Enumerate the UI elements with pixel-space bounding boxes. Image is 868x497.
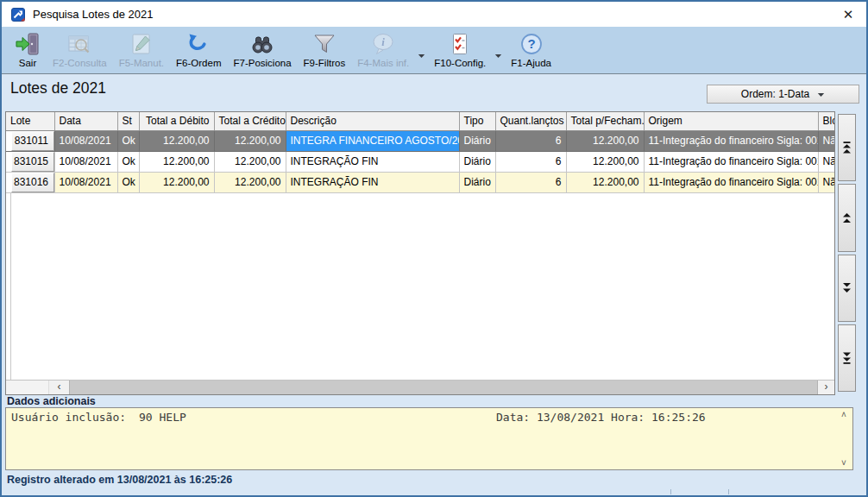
sort-undo-arrow-icon [186,31,211,57]
chevron-down-icon[interactable] [415,35,428,78]
table-cell-fecham[interactable]: 12.200,00 [566,130,644,151]
table-cell-lote[interactable]: 831011 [6,130,54,151]
app-chart-icon [11,8,25,22]
table-cell-lote[interactable]: 831015 [6,151,54,172]
table-row[interactable]: 83101110/08/2021Ok12.200,0012.200,00INTE… [6,130,835,151]
table-cell-tipo[interactable]: Diário [459,151,495,172]
table-cell-bloq[interactable]: Não [818,151,835,172]
column-header-debito[interactable]: Total a Débito [139,112,214,130]
table-cell-fecham[interactable]: 12.200,00 [566,151,644,172]
content-area: Lotes de 2021 Ordem: 1-Data LoteDataStTo… [2,74,866,494]
table-cell-descricao[interactable]: INTEGRA FINANCEIRO AGOSTO/2021 [286,130,459,151]
scroll-right-button[interactable]: › [818,381,834,394]
scrollbar-thumb[interactable] [69,381,818,394]
table-cell-data[interactable]: 10/08/2021 [54,130,117,151]
chevron-right-icon: › [825,381,828,393]
chevron-down-icon[interactable] [492,35,505,78]
table-cell-quant[interactable]: 6 [495,172,566,192]
table-cell-st[interactable]: Ok [117,130,139,151]
table-cell-quant[interactable]: 6 [495,130,566,151]
additional-data-label: Dados adicionais [7,395,96,407]
table-cell-data[interactable]: 10/08/2021 [54,172,117,192]
table-cell-descricao[interactable]: INTEGRAÇÃO FIN [286,151,459,172]
table-row[interactable]: 83101610/08/2021Ok12.200,0012.200,00INTE… [6,172,835,192]
statusbar-divider [670,489,671,494]
order-dropdown-button[interactable]: Ordem: 1-Data [707,85,859,104]
column-header-tipo[interactable]: Tipo [459,112,495,130]
table-cell-data[interactable]: 10/08/2021 [54,151,117,172]
close-icon[interactable]: ✕ [839,5,858,24]
column-header-st[interactable]: St [117,112,139,130]
scroll-up-icon[interactable]: ˄ [838,410,850,419]
table-cell-origem[interactable]: 11-Integração do financeiro Sigla: 001 [644,130,818,151]
row-header-cell[interactable]: 831015 [11,152,54,172]
column-header-lote[interactable]: Lote [6,112,54,130]
edit-pencil-icon [129,31,154,57]
column-header-origem[interactable]: Origem [644,112,818,130]
page-title: Lotes de 2021 [10,79,106,98]
title-bar: Pesquisa Lotes de 2021 ✕ [2,2,866,27]
lots-table: LoteDataStTotal a DébitoTotal a CréditoD… [6,112,835,193]
window-title: Pesquisa Lotes de 2021 [33,8,839,21]
filter-funnel-icon [311,31,337,57]
fixed-column-spacer [6,381,49,394]
f1-ajuda-button[interactable]: ?F1-Ajuda [505,29,557,72]
toolbar-button-label: F9-Filtros [304,58,346,68]
table-cell-fecham[interactable]: 12.200,00 [566,172,644,192]
row-header-cell[interactable]: 831011 [11,131,54,151]
table-cell-debito[interactable]: 12.200,00 [139,151,214,172]
toolbar-button-label: F1-Ajuda [511,58,551,68]
f6-ordem-button[interactable]: F6-Ordem [170,29,227,72]
table-cell-descricao[interactable]: INTEGRAÇÃO FIN [286,172,459,192]
exit-door-icon [15,31,41,57]
table-cell-tipo[interactable]: Diário [459,130,495,151]
table-cell-st[interactable]: Ok [117,151,139,172]
f10-config-button[interactable]: F10-Config. [428,29,492,72]
table-cell-bloq[interactable]: Não [818,130,835,151]
inclusion-datetime: Data: 13/08/2021 Hora: 16:25:26 [496,411,706,424]
scroll-last-icon [842,350,852,365]
table-cell-lote[interactable]: 831016 [6,172,54,192]
scroll-next-icon [842,281,852,294]
toolbar-button-label: F7-Posiciona [233,58,291,68]
lots-grid: LoteDataStTotal a DébitoTotal a CréditoD… [5,111,835,395]
column-header-data[interactable]: Data [54,112,117,130]
table-cell-debito[interactable]: 12.200,00 [139,172,214,192]
prior-page-button[interactable] [838,184,856,251]
table-row[interactable]: 83101510/08/2021Ok12.200,0012.200,00INTE… [6,151,835,172]
column-header-bloq[interactable]: Bloq [818,112,835,130]
inclusion-line: Usuário inclusão:90 HELP Data: 13/08/202… [6,408,852,426]
statusbar-divider [728,489,729,494]
f9-filtros-button[interactable]: F9-Filtros [298,29,352,72]
order-dropdown-label: Ordem: 1-Data [741,88,809,100]
table-cell-credito[interactable]: 12.200,00 [214,130,286,151]
table-cell-credito[interactable]: 12.200,00 [214,172,286,192]
help-icon: ? [519,31,544,57]
column-header-descricao[interactable]: Descrição [286,112,459,130]
next-page-button[interactable] [838,255,856,322]
horizontal-scrollbar[interactable]: ‹ › [6,380,834,394]
table-cell-quant[interactable]: 6 [495,151,566,172]
last-record-button[interactable] [838,324,856,392]
table-cell-origem[interactable]: 11-Integração do financeiro Sigla: 001 [644,172,818,192]
table-cell-debito[interactable]: 12.200,00 [139,130,214,151]
table-cell-origem[interactable]: 11-Integração do financeiro Sigla: 001 [644,151,818,172]
table-cell-tipo[interactable]: Diário [459,172,495,192]
toolbar-button-label: F4-Mais inf. [357,58,409,68]
f7-posiciona-button[interactable]: F7-Posiciona [227,29,297,72]
info-balloon-icon: i [370,31,396,57]
scroll-left-button[interactable]: ‹ [49,381,69,394]
column-header-fecham[interactable]: Total p/Fecham. [566,112,644,130]
table-cell-credito[interactable]: 12.200,00 [214,151,286,172]
column-header-quant[interactable]: Quant.lançtos [495,112,566,130]
table-cell-bloq[interactable]: Não [818,172,835,192]
table-cell-st[interactable]: Ok [117,172,139,192]
record-navigation-column [838,114,856,392]
row-header-cell[interactable]: 831016 [11,173,54,192]
toolbar: SairF2-ConsultaF5-Manut.F6-OrdemF7-Posic… [2,27,866,74]
sair-button[interactable]: Sair [9,29,47,72]
column-header-credito[interactable]: Total a Crédito [214,112,286,130]
toolbar-button-label: F6-Ordem [176,58,221,68]
first-record-button[interactable] [838,114,856,181]
scroll-down-icon[interactable]: ˅ [838,458,850,468]
